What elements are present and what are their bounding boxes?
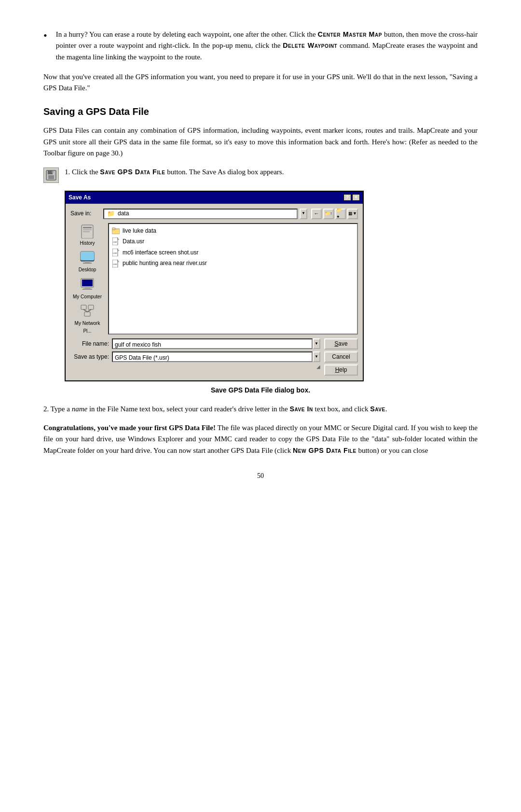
desktop-label: Desktop xyxy=(79,266,96,274)
save-in-arrow[interactable]: ▼ xyxy=(300,209,307,219)
save-in-dropdown[interactable]: 📁 data ▼ xyxy=(103,209,307,219)
svg-rect-2 xyxy=(48,175,54,179)
step1-text: 1. Click the Save GPS Data File button. … xyxy=(65,167,478,178)
svg-text:USR: USR xyxy=(113,263,117,266)
desktop-icon xyxy=(80,250,95,265)
sidebar-history[interactable]: History xyxy=(80,223,95,247)
svg-rect-16 xyxy=(81,305,86,309)
new-gps-data-file-cmd: New GPS Data File xyxy=(293,447,356,454)
file-name-row: File name: gulf of mexico fish ▼ xyxy=(70,338,320,349)
dialog-action-buttons: Save Cancel Help xyxy=(324,338,358,376)
my-computer-label: My Computer xyxy=(73,293,102,301)
dialog-question-btn[interactable]: ? xyxy=(343,194,351,201)
dialog-close-btn[interactable]: × xyxy=(352,194,360,201)
bullet-section: • In a hurry? You can erase a route by d… xyxy=(43,29,478,63)
my-computer-icon xyxy=(80,277,95,292)
dialog-file-list[interactable]: live luke data USR Da xyxy=(108,223,358,335)
save-button[interactable]: Save xyxy=(324,338,358,350)
back-button[interactable]: ← xyxy=(311,209,322,219)
file-icon-public: USR xyxy=(112,260,120,267)
save-as-type-label: Save as type: xyxy=(70,352,109,362)
file-name-mc6: mc6 interface screen shot.usr xyxy=(123,248,198,257)
svg-rect-6 xyxy=(83,229,92,230)
help-button[interactable]: Help xyxy=(324,364,358,376)
svg-rect-10 xyxy=(85,261,90,263)
step2-paragraph: 2. Type a name in the File Name text box… xyxy=(43,404,478,415)
save-as-type-arrow[interactable]: ▼ xyxy=(313,351,320,362)
svg-rect-11 xyxy=(83,263,92,264)
svg-rect-17 xyxy=(88,305,94,309)
file-name-folder: live luke data xyxy=(123,226,156,236)
svg-rect-22 xyxy=(112,228,115,230)
delete-waypoint-label: Delete Waypoint xyxy=(283,42,337,49)
file-name-input-container[interactable]: gulf of mexico fish ▼ xyxy=(112,338,320,349)
step2-italic: name xyxy=(72,405,88,413)
cancel-button[interactable]: Cancel xyxy=(324,351,358,363)
up-folder-button[interactable]: 📁↑ xyxy=(323,209,334,219)
folder-icon xyxy=(112,227,120,235)
file-name-label: File name: xyxy=(70,339,109,349)
svg-text:USR: USR xyxy=(113,252,117,254)
file-name-public: public hunting area near river.usr xyxy=(123,259,207,268)
bullet-text: In a hurry? You can erase a route by del… xyxy=(56,29,478,63)
save-in-row: Save in: 📁 data ▼ ← 📁↑ 📁✦ ▦▼ xyxy=(70,209,358,219)
save-as-type-input[interactable]: GPS Data File (*.usr) xyxy=(112,351,313,362)
file-item-data-usr[interactable]: USR Data.usr xyxy=(111,237,355,247)
section-para1: GPS Data Files can contain any combinati… xyxy=(43,125,478,159)
congrats-paragraph: Congratulations, you've made your first … xyxy=(43,422,478,456)
dialog-main-area: History Desktop xyxy=(70,223,358,335)
save-gps-data-file-label: Save GPS Data File xyxy=(100,168,165,176)
save-cmd: Save xyxy=(370,405,385,413)
sidebar-my-computer[interactable]: My Computer xyxy=(73,277,102,301)
save-icon-svg xyxy=(45,169,57,181)
congrats-bold: Congratulations, you've made your first … xyxy=(43,424,216,432)
dialog-body: Save in: 📁 data ▼ ← 📁↑ 📁✦ ▦▼ xyxy=(66,204,363,381)
file-item-public[interactable]: USR public hunting area near river.usr xyxy=(111,258,355,268)
save-as-type-input-container[interactable]: GPS Data File (*.usr) ▼ xyxy=(112,351,320,362)
svg-rect-18 xyxy=(84,312,90,316)
save-in-label: Save in: xyxy=(70,209,99,218)
history-icon xyxy=(80,223,95,238)
titlebar-controls: ? × xyxy=(343,194,360,201)
bullet-dot: • xyxy=(43,28,47,44)
file-name-data-usr: Data.usr xyxy=(123,237,144,246)
file-item-folder[interactable]: live luke data xyxy=(111,226,355,236)
center-master-map-label: Center Master Map xyxy=(318,30,383,38)
svg-marker-24 xyxy=(118,238,119,239)
page-content: • In a hurry? You can erase a route by d… xyxy=(43,29,478,481)
dialog-bottom-row: File name: gulf of mexico fish ▼ Save as… xyxy=(70,338,358,376)
svg-rect-13 xyxy=(82,280,93,286)
sidebar-desktop[interactable]: Desktop xyxy=(79,250,96,274)
save-gps-toolbar-icon xyxy=(43,168,59,183)
svg-rect-15 xyxy=(82,289,92,290)
step1-item: 1. Click the Save GPS Data File button. … xyxy=(43,167,478,183)
dialog-wrapper: Save As ? × Save in: 📁 data ▼ xyxy=(65,191,478,381)
file-name-dropdown-arrow[interactable]: ▼ xyxy=(313,338,320,349)
my-network-label: My Network Pl... xyxy=(70,320,104,335)
svg-line-20 xyxy=(87,309,91,312)
save-in-select[interactable]: 📁 data xyxy=(103,209,298,219)
svg-text:USR: USR xyxy=(113,241,117,243)
svg-point-3 xyxy=(52,171,54,173)
sidebar-my-network[interactable]: My Network Pl... xyxy=(70,303,104,335)
resize-handle[interactable]: ◢ xyxy=(70,363,320,371)
section-heading: Saving a GPS Data File xyxy=(43,104,478,119)
save-in-value: data xyxy=(118,209,129,218)
save-in-cmd: Save In xyxy=(289,405,313,413)
svg-line-19 xyxy=(83,309,87,312)
intro-paragraph: Now that you've created all the GPS info… xyxy=(43,71,478,94)
file-name-input[interactable]: gulf of mexico fish xyxy=(112,338,313,349)
dialog-title: Save As xyxy=(69,193,91,202)
dialog-fields-col: File name: gulf of mexico fish ▼ Save as… xyxy=(70,338,320,371)
file-item-mc6[interactable]: USR mc6 interface screen shot.usr xyxy=(111,248,355,258)
save-as-dialog[interactable]: Save As ? × Save in: 📁 data ▼ xyxy=(65,191,364,381)
views-button[interactable]: ▦▼ xyxy=(347,209,358,219)
page-number: 50 xyxy=(43,471,478,481)
dialog-sidebar: History Desktop xyxy=(70,223,104,335)
new-folder-button[interactable]: 📁✦ xyxy=(335,209,346,219)
file-icon-data-usr: USR xyxy=(112,238,120,245)
dialog-toolbar-buttons: ← 📁↑ 📁✦ ▦▼ xyxy=(311,209,358,219)
dialog-caption: Save GPS Data File dialog box. xyxy=(43,385,478,396)
my-network-icon xyxy=(80,303,95,319)
file-icon-mc6: USR xyxy=(112,249,120,256)
